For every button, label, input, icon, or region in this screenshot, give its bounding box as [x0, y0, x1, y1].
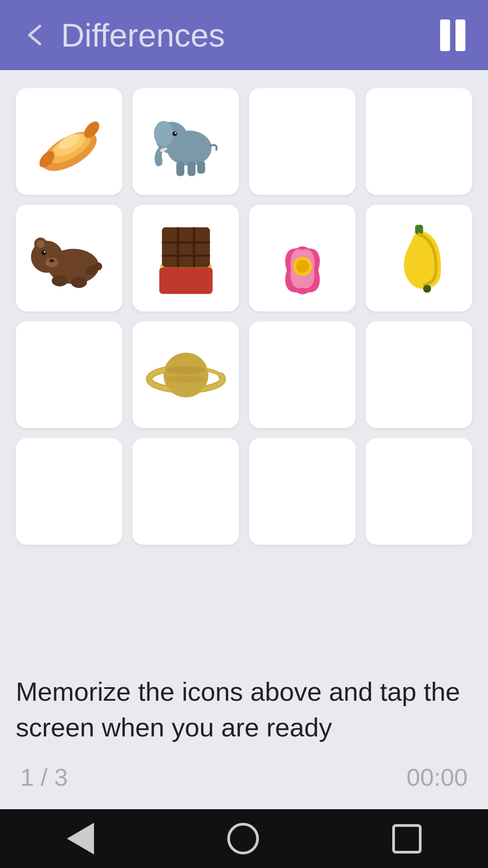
grid-cell-11[interactable] [366, 321, 472, 428]
grid-cell-4[interactable] [16, 205, 122, 311]
nav-recents-button[interactable] [392, 824, 422, 854]
grid-cell-13[interactable] [132, 438, 239, 545]
svg-rect-29 [162, 227, 210, 267]
main-content [0, 70, 488, 651]
svg-rect-12 [176, 161, 184, 176]
grid-cell-14[interactable] [249, 438, 356, 545]
icon-grid[interactable] [16, 88, 472, 545]
back-triangle-icon [67, 823, 94, 854]
svg-rect-13 [188, 161, 196, 176]
app-header: Differences [0, 0, 488, 70]
grid-cell-12[interactable] [16, 438, 122, 545]
grid-cell-6[interactable] [249, 205, 356, 311]
page-title: Differences [47, 17, 440, 54]
grid-cell-7[interactable] [366, 205, 472, 311]
svg-point-26 [94, 262, 102, 270]
navigation-bar [0, 809, 488, 868]
grid-cell-1[interactable] [132, 88, 239, 195]
grid-cell-5[interactable] [132, 205, 239, 311]
svg-point-48 [164, 353, 207, 396]
svg-point-23 [52, 275, 67, 286]
grid-cell-0[interactable] [16, 88, 122, 195]
instruction-text: Memorize the icons above and tap the scr… [0, 651, 488, 754]
svg-rect-27 [159, 267, 212, 294]
grid-cell-2[interactable] [249, 88, 356, 195]
svg-point-42 [423, 284, 431, 292]
grid-cell-10[interactable] [249, 321, 356, 428]
grid-cell-15[interactable] [366, 438, 472, 545]
svg-point-22 [49, 259, 54, 262]
svg-point-50 [166, 376, 206, 382]
svg-rect-14 [197, 160, 205, 173]
svg-point-10 [172, 131, 177, 136]
footer-stats: 1 / 3 00:00 [0, 754, 488, 809]
svg-point-8 [154, 121, 173, 146]
nav-back-button[interactable] [67, 823, 94, 854]
svg-point-18 [36, 240, 44, 248]
grid-cell-8[interactable] [16, 321, 122, 428]
recents-square-icon [392, 824, 422, 854]
svg-point-11 [174, 132, 176, 134]
back-button[interactable] [23, 23, 47, 47]
svg-point-40 [296, 260, 309, 273]
svg-point-21 [43, 251, 45, 253]
nav-home-button[interactable] [227, 823, 259, 854]
pause-button[interactable] [440, 19, 465, 51]
svg-point-49 [166, 366, 206, 374]
home-circle-icon [227, 823, 259, 854]
svg-point-24 [71, 277, 87, 288]
svg-point-20 [41, 250, 46, 255]
grid-cell-9[interactable] [132, 321, 239, 428]
timer-value: 00:00 [407, 763, 468, 791]
pause-bar-right [455, 19, 465, 51]
progress-label: 1 / 3 [20, 763, 68, 791]
pause-bar-left [440, 19, 450, 51]
grid-cell-3[interactable] [366, 88, 472, 195]
